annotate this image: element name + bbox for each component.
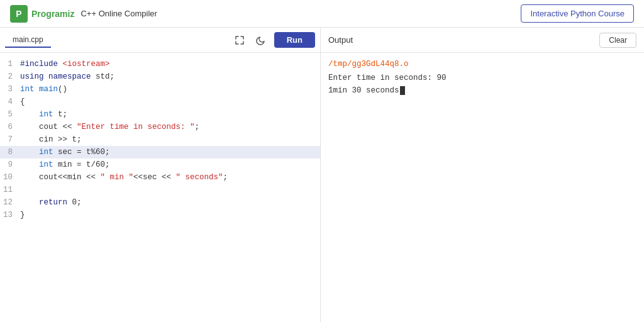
- expand-icon[interactable]: [231, 32, 248, 48]
- run-button[interactable]: Run: [274, 32, 315, 48]
- navbar: P Programiz C++ Online Compiler Interact…: [0, 0, 644, 28]
- code-line: 7 cin >> t;: [0, 133, 320, 146]
- file-tab[interactable]: main.cpp: [5, 33, 51, 48]
- code-panel: main.cpp Run 1 #include <iostream>: [0, 28, 321, 322]
- clear-button[interactable]: Clear: [599, 33, 636, 48]
- logo-icon: P: [10, 5, 28, 23]
- dark-mode-icon[interactable]: [253, 32, 269, 48]
- code-line: 13 }: [0, 209, 320, 221]
- python-course-button[interactable]: Interactive Python Course: [521, 4, 634, 23]
- code-line-highlighted: 8 int sec = t%60;: [0, 146, 320, 158]
- code-line: 6 cout << "Enter time in seconds: ";: [0, 121, 320, 133]
- logo: P Programiz: [10, 5, 74, 23]
- code-line: 9 int min = t/60;: [0, 158, 320, 171]
- code-line: 3 int main(): [0, 83, 320, 96]
- editor-container: main.cpp Run 1 #include <iostream>: [0, 28, 644, 322]
- code-line: 12 return 0;: [0, 196, 320, 209]
- output-path: /tmp/gg3GdL44q8.o: [328, 58, 636, 70]
- code-line: 2 using namespace std;: [0, 70, 320, 83]
- editor-toolbar: main.cpp Run: [0, 28, 320, 53]
- cursor: [400, 86, 405, 95]
- output-line-2: 1min 30 seconds: [328, 84, 636, 97]
- code-line: 1 #include <iostream>: [0, 58, 320, 70]
- output-label: Output: [328, 35, 353, 45]
- code-area: 1 #include <iostream> 2 using namespace …: [0, 53, 320, 322]
- navbar-title: C++ Online Compiler: [80, 9, 157, 18]
- output-area: /tmp/gg3GdL44q8.o Enter time in seconds:…: [321, 53, 644, 322]
- code-line: 11: [0, 184, 320, 196]
- navbar-left: P Programiz C++ Online Compiler: [10, 5, 157, 23]
- code-line: 5 int t;: [0, 108, 320, 121]
- code-line: 10 cout<<min << " min "<<sec << " second…: [0, 171, 320, 184]
- output-line-1: Enter time in seconds: 90: [328, 72, 636, 84]
- code-line: 4 {: [0, 96, 320, 108]
- logo-text: Programiz: [31, 9, 74, 19]
- output-toolbar: Output Clear: [321, 28, 644, 53]
- output-panel: Output Clear /tmp/gg3GdL44q8.o Enter tim…: [321, 28, 644, 322]
